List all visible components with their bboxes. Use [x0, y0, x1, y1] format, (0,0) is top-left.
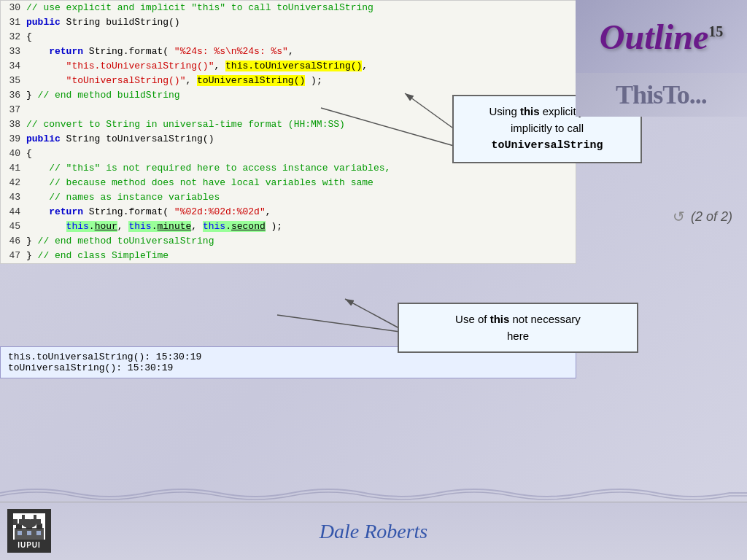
line-number: 31: [1, 15, 26, 30]
page-arrow-icon: ↺: [673, 208, 685, 225]
line-number: 44: [1, 205, 26, 219]
code-line-41: 41 // "this" is not required here to acc…: [1, 161, 576, 176]
iupui-logo: IUPUI: [7, 509, 51, 553]
code-content: return String.format( "%24s: %s\n%24s: %…: [26, 44, 576, 59]
this-to-text-content: ThisTo...: [616, 79, 707, 110]
logo-building-graphic: [13, 513, 45, 540]
code-line-43: 43 // names as instance variables: [1, 190, 576, 205]
svg-rect-14: [36, 519, 41, 525]
code-line-32: 32 {: [1, 30, 576, 44]
code-line-34: 34 "this.toUniversalString()", this.toUn…: [1, 59, 576, 74]
wave-decoration: [0, 486, 747, 500]
page-counter-text: (2 of 2): [691, 209, 732, 225]
logo-text: IUPUI: [18, 541, 41, 549]
code-line-44: 44 return String.format( "%02d:%02d:%02d…: [1, 205, 576, 219]
svg-line-2: [345, 299, 399, 328]
svg-rect-17: [36, 531, 41, 535]
svg-rect-10: [13, 519, 18, 525]
code-line-42: 42 // because method does not have local…: [1, 176, 576, 190]
code-content: return String.format( "%02d:%02d:%02d",: [26, 205, 576, 219]
svg-rect-20: [34, 515, 36, 524]
code-content: } // end method toUniversalString: [26, 234, 576, 249]
line-number: 36: [1, 88, 26, 103]
page-counter: ↺ (2 of 2): [673, 208, 732, 225]
line-number: 45: [1, 219, 26, 234]
callout-not-necessary: Use of this not necessary here: [398, 303, 638, 353]
code-content: {: [26, 30, 576, 44]
line-number: 41: [1, 161, 26, 176]
code-content: "toUniversalString()", toUniversalString…: [26, 74, 576, 88]
svg-rect-16: [27, 531, 31, 535]
svg-rect-19: [22, 515, 25, 524]
main-content: 30 // use explicit and implicit "this" t…: [0, 0, 747, 560]
line-number: 34: [1, 59, 26, 74]
output-line1: this.toUniversalString(): 15:30:19: [8, 351, 568, 362]
line-number: 35: [1, 74, 26, 88]
line-number: 46: [1, 234, 26, 249]
line-number: 40: [1, 147, 26, 161]
line-number: 32: [1, 30, 26, 44]
line-number: 43: [1, 190, 26, 205]
code-line-46: 46 } // end method toUniversalString: [1, 234, 576, 249]
code-content: this.hour, this.minute, this.second );: [26, 219, 576, 234]
callout2-text: Use of this not necessary here: [455, 313, 581, 342]
outline-title: Outline15: [600, 17, 723, 57]
code-line-47: 47 } // end class SimpleTime: [1, 249, 576, 263]
code-content: } // end class SimpleTime: [26, 249, 576, 263]
code-content: public String buildString(): [26, 15, 576, 30]
code-line-31: 31 public String buildString(): [1, 15, 576, 30]
bottom-bar: Dale Roberts: [0, 502, 747, 560]
line-number: 42: [1, 176, 26, 190]
code-line-35: 35 "toUniversalString()", toUniversalStr…: [1, 74, 576, 88]
code-content: // use explicit and implicit "this" to c…: [26, 1, 576, 15]
code-line-33: 33 return String.format( "%24s: %s\n%24s…: [1, 44, 576, 59]
svg-line-3: [277, 315, 400, 332]
line-number: 39: [1, 132, 26, 147]
code-content: // names as instance variables: [26, 190, 576, 205]
slide-number: 15: [708, 23, 723, 39]
code-line-45: 45 this.hour, this.minute, this.second )…: [1, 219, 576, 234]
outline-box: Outline15: [576, 0, 747, 73]
line-number: 33: [1, 44, 26, 59]
line-number: 38: [1, 117, 26, 132]
line-number: 30: [1, 1, 26, 15]
author-name: Dale Roberts: [320, 520, 428, 543]
code-content: // "this" is not required here to access…: [26, 161, 576, 176]
svg-rect-15: [18, 531, 22, 535]
line-number: 47: [1, 249, 26, 263]
code-line-30: 30 // use explicit and implicit "this" t…: [1, 1, 576, 15]
line-number: 37: [1, 103, 26, 117]
code-content: // because method does not have local va…: [26, 176, 576, 190]
this-to-overlay: ThisTo...: [576, 73, 747, 117]
output-line2: toUniversalString(): 15:30:19: [8, 362, 568, 373]
code-content: "this.toUniversalString()", this.toUnive…: [26, 59, 576, 74]
